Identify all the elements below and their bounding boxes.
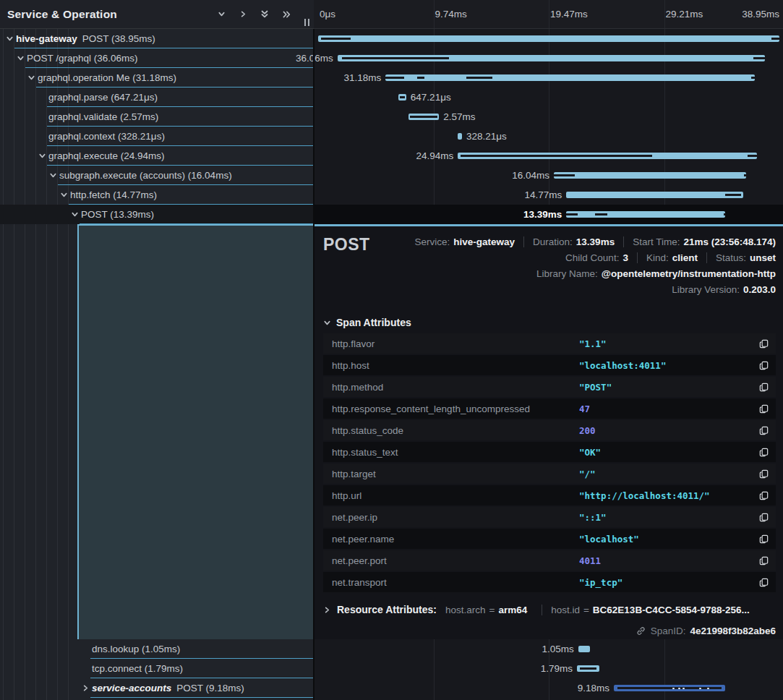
copy-button[interactable]: [751, 577, 776, 588]
tree-row[interactable]: graphql.parse (647.21μs)647.21μs: [0, 88, 783, 107]
timeline-tick-label: 9.74ms: [434, 0, 467, 28]
span-bar[interactable]: [554, 172, 746, 179]
span-name-cell[interactable]: graphql.validate (2.57ms): [0, 107, 314, 127]
span-bar[interactable]: [566, 192, 743, 198]
attribute-value: "POST": [579, 382, 751, 393]
copy-icon: [758, 425, 769, 436]
tree-row[interactable]: graphql.validate (2.57ms)2.57ms: [0, 107, 783, 127]
bar-log-dot: [707, 688, 709, 690]
copy-button[interactable]: [751, 425, 776, 436]
span-timeline-cell[interactable]: 16.04ms: [314, 166, 783, 185]
span-bar[interactable]: [385, 74, 754, 81]
operation-name: graphql.operation Me (31.18ms): [38, 72, 176, 83]
span-name-cell[interactable]: POST (13.39ms): [0, 205, 314, 224]
span-name-cell[interactable]: POST /graphql (36.06ms): [0, 48, 314, 68]
copy-button[interactable]: [751, 490, 776, 501]
tree-row[interactable]: graphql.context (328.21μs)328.21μs: [0, 127, 783, 146]
span-name-cell[interactable]: graphql.execute (24.94ms): [0, 146, 314, 166]
bar-self-time-stripe: [748, 155, 757, 157]
double-chevron-down-icon: [260, 9, 269, 19]
span-timeline-cell[interactable]: 1.79ms: [314, 659, 783, 678]
tree-row[interactable]: dns.lookup (1.05ms)1.05ms: [0, 639, 783, 659]
span-bar[interactable]: [338, 55, 765, 61]
span-timeline-cell[interactable]: 647.21μs: [314, 88, 783, 107]
span-label: hive-gatewayPOST (38.95ms): [0, 29, 312, 48]
bar-duration-label: 647.21μs: [406, 88, 451, 107]
tree-row[interactable]: tcp.connect (1.79ms)1.79ms: [0, 659, 783, 678]
span-detail-title: POST: [323, 235, 370, 255]
copy-icon: [758, 447, 769, 458]
span-overview-item: Child Count:3: [565, 252, 628, 263]
copy-button[interactable]: [751, 512, 776, 523]
span-bar[interactable]: [614, 685, 725, 691]
copy-button[interactable]: [751, 534, 776, 545]
attribute-key: http.url: [323, 490, 579, 501]
span-name-cell[interactable]: graphql.parse (647.21μs): [0, 88, 314, 107]
span-detail-panel: POST Service:hive-gatewayDuration:13.39m…: [314, 224, 783, 639]
span-bar[interactable]: [398, 94, 406, 101]
expand-all-button[interactable]: [279, 7, 294, 22]
bar-log-dot: [699, 688, 701, 690]
resource-attributes-row[interactable]: Resource Attributes: host.arch=arm64host…: [323, 604, 776, 615]
span-name-cell[interactable]: service-accountsPOST (9.18ms): [0, 678, 314, 698]
span-timeline-cell[interactable]: 36.06ms: [314, 48, 783, 68]
span-timeline-cell[interactable]: 1.05ms: [314, 639, 783, 659]
span-bar[interactable]: [577, 665, 599, 672]
span-name-cell[interactable]: dns.lookup (1.05ms): [0, 639, 314, 659]
span-label: service-accountsPOST (9.18ms): [0, 678, 312, 698]
span-bar[interactable]: [408, 114, 439, 120]
attribute-key: net.peer.ip: [323, 512, 579, 523]
tree-row[interactable]: graphql.execute (24.94ms)24.94ms: [0, 146, 783, 166]
copy-button[interactable]: [751, 404, 776, 414]
span-timeline-cell[interactable]: 9.18ms: [314, 678, 783, 698]
panel-divider[interactable]: [313, 0, 315, 700]
span-name-cell[interactable]: graphql.context (328.21μs): [0, 127, 314, 146]
span-name-cell[interactable]: subgraph.execute (accounts) (16.04ms): [0, 166, 314, 185]
tree-row[interactable]: http.fetch (14.77ms)14.77ms: [0, 185, 783, 205]
operation-name: POST /graphql (36.06ms): [27, 53, 138, 64]
span-bar[interactable]: [578, 646, 591, 652]
link-icon[interactable]: [636, 626, 646, 636]
tree-row[interactable]: POST /graphql (36.06ms)36.06ms: [0, 48, 783, 68]
equals-sign: =: [583, 605, 589, 615]
span-bar[interactable]: [566, 211, 725, 218]
timeline-tick-label: 38.95ms: [742, 0, 779, 28]
copy-button[interactable]: [751, 555, 776, 566]
bar-self-time-stripe: [554, 174, 575, 176]
collapse-children-button[interactable]: [214, 7, 228, 22]
attribute-key: http.status_code: [323, 425, 579, 436]
copy-button[interactable]: [751, 338, 776, 349]
attribute-key: net.transport: [323, 577, 579, 588]
bar-log-dot: [678, 688, 680, 690]
span-timeline-cell[interactable]: 328.21μs: [314, 127, 783, 146]
tree-row[interactable]: POST (13.39ms)13.39ms: [0, 205, 783, 224]
tree-row[interactable]: service-accountsPOST (9.18ms)9.18ms: [0, 678, 783, 698]
span-timeline-cell[interactable]: 31.18ms: [314, 68, 783, 88]
tree-row[interactable]: graphql.operation Me (31.18ms)31.18ms: [0, 68, 783, 88]
span-timeline-cell[interactable]: 2.57ms: [314, 107, 783, 127]
collapse-all-button[interactable]: [257, 7, 272, 22]
expand-children-button[interactable]: [236, 7, 250, 22]
span-timeline-cell[interactable]: 13.39ms: [314, 205, 783, 224]
copy-button[interactable]: [751, 447, 776, 458]
span-timeline-cell[interactable]: 24.94ms: [314, 146, 783, 166]
span-bar[interactable]: [318, 35, 779, 42]
span-name-cell[interactable]: http.fetch (14.77ms): [0, 185, 314, 205]
tree-row[interactable]: hive-gatewayPOST (38.95ms): [0, 29, 783, 48]
copy-button[interactable]: [751, 382, 776, 393]
column-resizer-grip[interactable]: [304, 19, 309, 26]
tree-row[interactable]: subgraph.execute (accounts) (16.04ms)16.…: [0, 166, 783, 185]
attribute-key: http.flavor: [323, 338, 579, 349]
attribute-row: http.status_text"OK": [323, 442, 776, 462]
span-name-cell[interactable]: tcp.connect (1.79ms): [0, 659, 314, 678]
span-timeline-cell[interactable]: [314, 29, 783, 48]
bar-self-time-stripe: [385, 77, 404, 79]
bar-self-time-stripe: [724, 213, 725, 215]
span-attributes-toggle[interactable]: Span Attributes: [323, 317, 411, 328]
span-name-cell[interactable]: graphql.operation Me (31.18ms): [0, 68, 314, 88]
span-timeline-cell[interactable]: 14.77ms: [314, 185, 783, 205]
copy-button[interactable]: [751, 469, 776, 479]
span-bar[interactable]: [458, 153, 757, 159]
span-name-cell[interactable]: hive-gatewayPOST (38.95ms): [0, 29, 314, 48]
copy-button[interactable]: [751, 360, 776, 371]
